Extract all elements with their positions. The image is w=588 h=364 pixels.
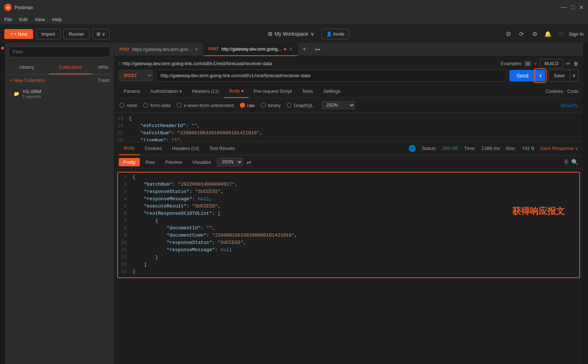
close-button[interactable]: ✕ — [579, 4, 584, 11]
new-tab-button[interactable]: + — [298, 46, 311, 53]
viewer-tabs: Pretty Raw Preview Visualize JSON Text ⇌… — [114, 155, 583, 169]
satellite-icon[interactable]: ⊘ — [504, 29, 514, 39]
window-controls[interactable]: — □ ✕ — [561, 4, 584, 11]
build-button[interactable]: BUILD — [540, 59, 563, 68]
request-body-editor[interactable]: 13 { 14 "esFcstHeaderId": "", 15 "esFcst… — [114, 112, 583, 142]
tab-close-1[interactable]: ✕ — [195, 47, 198, 52]
tab-url-1: https://gateway.dev.isrm.goin... — [132, 47, 192, 52]
collection-item-yg-srm[interactable]: › 📁 YG-SRM 2 requests — [5, 86, 114, 102]
radio-binary[interactable] — [261, 103, 266, 108]
tests-tab[interactable]: Tests — [297, 85, 318, 98]
new-button[interactable]: + + New — [4, 29, 33, 39]
response-area: Body Cookies Headers (14) Test Results 🌐… — [114, 142, 583, 364]
headers-count: (11) — [211, 89, 219, 94]
search-input[interactable] — [9, 47, 110, 57]
tab-close-2[interactable]: ✕ — [289, 47, 292, 51]
menu-view[interactable]: View — [35, 17, 45, 22]
more-tabs-button[interactable]: ••• — [311, 47, 325, 52]
resp-tab-body[interactable]: Body — [119, 142, 140, 155]
radio-none[interactable] — [119, 103, 125, 108]
pre-request-tab[interactable]: Pre-request Script — [249, 85, 297, 98]
resp-tab-headers[interactable]: Headers (14) — [167, 142, 204, 155]
body-binary-option[interactable]: binary — [261, 103, 281, 108]
url-input[interactable] — [156, 70, 506, 82]
delete-request-icon[interactable]: 🗑 — [573, 61, 579, 67]
viewer-tab-pretty[interactable]: Pretty — [119, 158, 140, 166]
viewer-tab-preview[interactable]: Preview — [161, 158, 186, 166]
save-dropdown-button[interactable]: ∨ — [570, 70, 579, 82]
headers-tab[interactable]: Headers (11) — [187, 85, 224, 98]
radio-raw[interactable] — [240, 103, 245, 108]
body-graphql-option[interactable]: GraphQL — [287, 103, 313, 108]
collection-count: 2 requests — [22, 94, 41, 99]
titlebar: ● Postman — □ ✕ — [0, 0, 588, 15]
json-format-select[interactable]: JSON Text JavaScript HTML XML — [322, 101, 355, 109]
resp-tab-cookies[interactable]: Cookies — [140, 142, 167, 155]
tab-collections[interactable]: Collections — [49, 61, 92, 74]
cookies-link[interactable]: Cookies — [546, 88, 563, 94]
copy-response-icon[interactable]: ⎘ — [565, 159, 568, 165]
search-response-icon[interactable]: 🔍 — [571, 159, 579, 166]
edit-request-icon[interactable]: ✏ — [566, 61, 571, 67]
resp-tab-test-results[interactable]: Test Results — [204, 142, 240, 155]
request-tab-2[interactable]: POST http://gateway.dev.isrm.going... ✕ — [204, 43, 298, 56]
body-none-option[interactable]: none — [119, 103, 137, 108]
windows-button[interactable]: ⊞ ∨ — [92, 29, 110, 39]
resp-line-5: 5 "executeResult": "SUCCESS", — [118, 203, 579, 210]
new-collection-button[interactable]: + New Collection — [9, 78, 45, 83]
trash-button[interactable]: Trash — [98, 78, 110, 83]
tab-history[interactable]: History — [5, 61, 49, 74]
code-line-13: 13 { — [114, 115, 583, 123]
examples-label: Examples — [501, 61, 522, 66]
menu-file[interactable]: File — [4, 17, 12, 22]
send-button[interactable]: Send — [509, 70, 536, 82]
url-path-chevron: › — [119, 61, 120, 66]
toolbar-left: + + New Import Runner ⊞ ∨ — [4, 29, 110, 39]
toolbar-right: ⊘ ⟳ ⚙ 🔔 ♡ Sign In — [504, 29, 584, 39]
heart-icon[interactable]: ♡ — [556, 29, 566, 39]
send-dropdown-button[interactable]: ∨ — [536, 70, 545, 82]
runner-button[interactable]: Runner — [63, 29, 90, 39]
url-bar: POST GET PUT DELETE Send ∨ Save ∨ — [114, 70, 583, 84]
tab-apis[interactable]: APIs — [92, 61, 114, 74]
beautify-button[interactable]: Beautify — [561, 103, 578, 108]
chevron-right-icon: › — [9, 92, 11, 96]
settings-icon[interactable]: ⚙ — [530, 29, 540, 39]
minimize-button[interactable]: — — [561, 4, 567, 11]
sync-icon[interactable]: ⟳ — [517, 29, 527, 39]
time-value: 1386 ms — [482, 146, 500, 151]
filter-icon[interactable]: ⇌ — [246, 159, 251, 166]
radio-urlencoded[interactable] — [177, 103, 182, 108]
viewer-tab-visualize[interactable]: Visualize — [188, 158, 216, 166]
body-urlencoded-option[interactable]: x-www-form-urlencoded — [177, 103, 234, 108]
body-form-data-option[interactable]: form-data — [143, 103, 171, 108]
workspace-button[interactable]: ⊞ My Workspace ∨ — [264, 29, 318, 39]
viewer-tab-raw[interactable]: Raw — [141, 158, 159, 166]
url-path: › http://gateway.dev.isrm.going-link.com… — [119, 61, 272, 66]
save-response-button[interactable]: Save Response ∨ — [540, 146, 579, 151]
invite-icon: 👤 — [326, 31, 332, 37]
notifications-icon[interactable]: 🔔 — [543, 29, 553, 39]
radio-form-data[interactable] — [143, 103, 148, 108]
tab-method-1: POST — [119, 47, 129, 51]
settings-tab[interactable]: Settings — [318, 85, 346, 98]
signin-button[interactable]: Sign In — [569, 31, 584, 37]
maximize-button[interactable]: □ — [571, 4, 575, 11]
code-link[interactable]: Code — [567, 88, 579, 94]
request-tab-1[interactable]: POST https://gateway.dev.isrm.goin... ✕ — [114, 43, 204, 56]
import-button[interactable]: Import — [36, 29, 60, 39]
body-raw-option[interactable]: raw — [240, 103, 255, 108]
tab-url-2: http://gateway.dev.isrm.going... — [221, 47, 281, 52]
body-tab[interactable]: Body — [224, 84, 249, 98]
menu-help[interactable]: Help — [52, 17, 62, 22]
save-button[interactable]: Save — [548, 70, 570, 82]
params-tab[interactable]: Params — [119, 85, 145, 98]
resp-line-14: 14 } — [118, 269, 579, 276]
response-json-format-select[interactable]: JSON Text — [217, 158, 243, 166]
menu-edit[interactable]: Edit — [19, 17, 27, 22]
radio-graphql[interactable] — [287, 103, 292, 108]
invite-button[interactable]: 👤 Invite — [321, 29, 350, 39]
collection-name: YG-SRM — [22, 89, 41, 94]
authorization-tab[interactable]: Authorization — [145, 85, 187, 98]
method-select[interactable]: POST GET PUT DELETE — [119, 70, 153, 81]
